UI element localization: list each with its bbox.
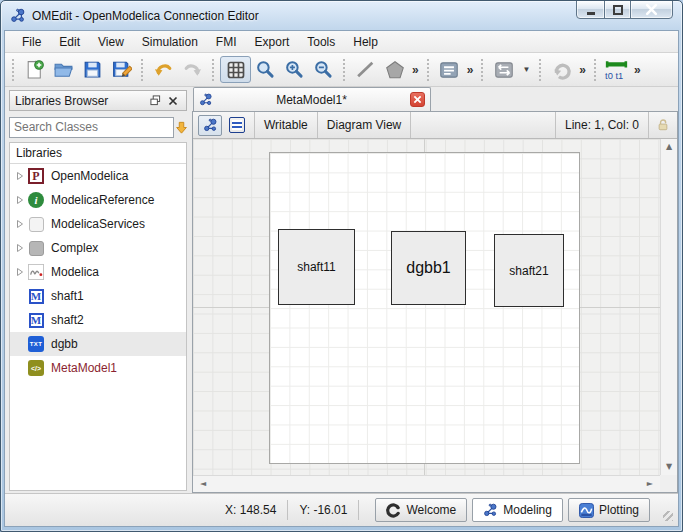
statusbar-separator (287, 500, 288, 520)
menu-fmi[interactable]: FMI (207, 33, 246, 51)
toolbar-drag-handle[interactable] (12, 59, 16, 81)
search-input[interactable] (9, 117, 174, 138)
scroll-up-icon[interactable]: ▲ (662, 139, 676, 155)
libraries-tree-header: Libraries (10, 143, 186, 164)
simulation-time-button[interactable]: t0 t1 (602, 56, 631, 83)
modelica-icon (27, 263, 45, 281)
diagram-view-button[interactable] (198, 115, 222, 136)
maximize-button[interactable] (604, 0, 631, 19)
connect-mode-button[interactable] (489, 56, 518, 83)
package-icon (27, 215, 45, 233)
modeling-perspective-button[interactable]: Modeling (472, 498, 563, 522)
toolbar-drag-handle[interactable] (141, 59, 145, 81)
toolbar-drag-handle[interactable] (427, 59, 431, 81)
component-dgbb1[interactable]: dgbb1 (391, 231, 466, 305)
library-item-openmodelica[interactable]: OpenModelica (10, 164, 186, 188)
scroll-down-icon[interactable]: ▼ (662, 459, 676, 475)
shapes-more-button[interactable]: » (409, 63, 422, 77)
re-simulate-button[interactable] (547, 56, 576, 83)
vertical-scrollbar[interactable]: ▲ ▼ (660, 139, 677, 475)
expand-icon[interactable] (13, 268, 26, 276)
zoom-out-button[interactable] (309, 56, 338, 83)
search-row (9, 116, 187, 138)
component-shaft11[interactable]: shaft11 (278, 229, 355, 305)
welcome-perspective-button[interactable]: Welcome (375, 498, 467, 522)
cursor-position: Line: 1, Col: 0 (556, 112, 649, 138)
menu-export[interactable]: Export (246, 33, 299, 51)
simulation-more-button[interactable]: » (631, 63, 644, 77)
zoom-fit-button[interactable] (251, 56, 280, 83)
omedit-window: OMEdit - OpenModelica Connection Editor … (0, 0, 683, 532)
library-item-modelica[interactable]: Modelica (10, 260, 186, 284)
horizontal-scrollbar[interactable]: ◄ ► (193, 475, 660, 492)
toolbar-drag-handle[interactable] (343, 59, 347, 81)
writable-indicator[interactable]: Writable (255, 112, 318, 138)
library-item-shaft2[interactable]: shaft2 (10, 308, 186, 332)
menu-simulation[interactable]: Simulation (133, 33, 207, 51)
toolbar-drag-handle[interactable] (481, 59, 485, 81)
scroll-right-icon[interactable]: ► (643, 476, 657, 492)
grid-icon (226, 60, 246, 80)
text-more-button[interactable]: » (464, 63, 477, 77)
close-icon (168, 96, 178, 106)
new-model-button[interactable] (20, 56, 49, 83)
menu-file[interactable]: File (13, 33, 50, 51)
plotting-perspective-button[interactable]: Plotting (568, 498, 650, 522)
openmodelica-icon (27, 167, 45, 185)
menu-edit[interactable]: Edit (50, 33, 89, 51)
library-item-modelicareference[interactable]: ModelicaReference (10, 188, 186, 212)
main-toolbar: » » ▼ » t0 t1 » (5, 53, 678, 87)
dock-float-button[interactable] (147, 93, 164, 109)
library-item-metamodel1[interactable]: MetaModel1 (10, 356, 186, 380)
expand-icon[interactable] (13, 244, 26, 252)
lock-button[interactable] (649, 112, 677, 138)
open-file-button[interactable] (49, 56, 78, 83)
statusbar-spacer (411, 112, 556, 138)
polygon-shape-button[interactable] (380, 56, 409, 83)
menu-view[interactable]: View (89, 33, 133, 51)
show-grid-button[interactable] (220, 56, 251, 83)
scroll-left-icon[interactable]: ◄ (196, 476, 210, 492)
library-item-complex[interactable]: Complex (10, 236, 186, 260)
toolbar-drag-handle[interactable] (539, 59, 543, 81)
dock-close-button[interactable] (164, 93, 181, 109)
text-shape-button[interactable] (435, 56, 464, 83)
redo-button[interactable] (178, 56, 207, 83)
undo-button[interactable] (149, 56, 178, 83)
zoom-in-button[interactable] (280, 56, 309, 83)
menu-tools[interactable]: Tools (298, 33, 344, 51)
tab-metamodel1[interactable]: MetaModel1* (193, 87, 431, 111)
expand-icon[interactable] (13, 172, 26, 180)
library-item-shaft1[interactable]: shaft1 (10, 284, 186, 308)
text-view-button[interactable] (225, 115, 249, 136)
model-statusbar: Writable Diagram View Line: 1, Col: 0 (193, 112, 677, 139)
component-shaft21[interactable]: shaft21 (494, 234, 564, 307)
toolbar-drag-handle[interactable] (212, 59, 216, 81)
resize-grip[interactable] (663, 511, 673, 521)
menu-help[interactable]: Help (344, 33, 387, 51)
search-scope-button[interactable] (174, 116, 189, 138)
save-as-button[interactable] (107, 56, 136, 83)
expand-icon[interactable] (13, 196, 26, 204)
open-folder-icon (53, 59, 74, 80)
text-view-icon (229, 117, 245, 133)
connect-menu-button[interactable]: ▼ (518, 65, 534, 74)
library-item-modelicaservices[interactable]: ModelicaServices (10, 212, 186, 236)
toolbar-drag-handle[interactable] (594, 59, 598, 81)
expand-spacer (13, 316, 26, 324)
save-button[interactable] (78, 56, 107, 83)
tab-close-button[interactable] (410, 92, 425, 107)
re-simulate-more-button[interactable]: » (576, 63, 589, 77)
line-shape-button[interactable] (351, 56, 380, 83)
library-item-dgbb[interactable]: dgbb (10, 332, 186, 356)
minimize-button[interactable] (576, 0, 605, 19)
expand-icon[interactable] (13, 220, 26, 228)
diagram-extent (269, 152, 580, 464)
cursor-y-coordinate: Y: -16.01 (299, 503, 347, 517)
client-area: File Edit View Simulation FMI Export Too… (4, 30, 679, 527)
diagram-canvas[interactable]: shaft11 dgbb1 shaft21 (193, 139, 660, 475)
metamodel-icon (27, 359, 45, 377)
polygon-icon (384, 59, 406, 81)
close-button[interactable] (630, 0, 673, 19)
menu-bar: File Edit View Simulation FMI Export Too… (5, 31, 678, 53)
